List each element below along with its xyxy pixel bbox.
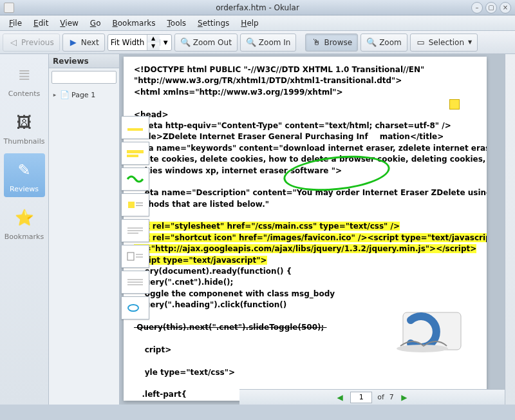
zoom-icon: 🔍	[366, 37, 377, 48]
thumbnails-icon: 🖼	[12, 110, 37, 135]
sidebar-item-thumbnails[interactable]: 🖼 Thumbnails	[4, 106, 45, 149]
panel-search-input[interactable]	[52, 71, 117, 84]
next-label: Next	[81, 38, 99, 47]
arrow-left-icon: ◁	[8, 37, 19, 48]
app-icon	[4, 3, 14, 13]
zoom-spinner[interactable]: ▲▼	[147, 35, 160, 50]
zoom-tool-button[interactable]: 🔍 Zoom	[360, 33, 407, 52]
menu-bar: File Edit View Go Bookmarks Tools Settin…	[0, 15, 515, 31]
expand-icon[interactable]: ▸	[52, 91, 58, 98]
annotation-thumb[interactable]	[121, 271, 149, 294]
selection-label: Selection	[429, 38, 464, 47]
document-viewport[interactable]: <!DOCTYPE html PUBLIC "-//W3C//DTD XHTML…	[120, 54, 505, 405]
contents-label: Contents	[8, 90, 40, 98]
chevron-down-icon[interactable]: ▼	[160, 39, 171, 46]
zoom-out-label: Zoom Out	[193, 38, 232, 47]
zoom-level-input[interactable]	[108, 35, 147, 50]
sidebar-item-bookmarks[interactable]: ⭐ Bookmarks	[4, 201, 45, 245]
annotation-note-icon[interactable]	[449, 99, 460, 110]
annotation-thumbnail-strip	[121, 116, 151, 320]
annotation-thumb[interactable]	[121, 219, 149, 242]
svg-rect-3	[127, 128, 143, 131]
window-maximize-button[interactable]: ▢	[485, 2, 497, 14]
svg-rect-9	[128, 202, 135, 208]
svg-point-1	[397, 345, 448, 352]
window-close-button[interactable]: ×	[500, 2, 511, 14]
menu-help[interactable]: Help	[236, 17, 263, 29]
annotation-thumb[interactable]	[121, 245, 149, 268]
panel-title: Reviews	[49, 54, 119, 68]
browse-tool-button[interactable]: 🖱 Browse	[305, 33, 358, 52]
zoom-out-icon: 🔍	[180, 37, 191, 48]
svg-rect-6	[127, 155, 138, 157]
menu-settings[interactable]: Settings	[192, 17, 234, 29]
window-minimize-button[interactable]: –	[471, 2, 483, 14]
tree-item-label: Page 1	[71, 91, 95, 99]
next-button[interactable]: ▶ Next	[62, 33, 105, 52]
browse-label: Browse	[324, 38, 352, 47]
sidebar-item-contents[interactable]: ≣ Contents	[4, 58, 45, 102]
page-total: 7	[389, 393, 394, 401]
annotation-thumb[interactable]	[121, 116, 149, 139]
window-titlebar: orderfax.htm - Okular – ▢ ×	[0, 0, 515, 15]
reviews-icon: ✎	[12, 157, 37, 183]
zoom-in-icon: 🔍	[246, 37, 256, 48]
zoom-label: Zoom	[379, 38, 402, 47]
page-prev-button[interactable]: ◀	[335, 392, 345, 403]
page-number-input[interactable]	[350, 392, 372, 403]
menu-tools[interactable]: Tools	[162, 17, 192, 29]
reviews-panel: Reviews ▸ 📄 Page 1	[49, 54, 120, 405]
zoom-out-button[interactable]: 🔍 Zoom Out	[174, 33, 238, 52]
tree-item-page1[interactable]: ▸ 📄 Page 1	[50, 89, 118, 100]
annotation-thumb[interactable]	[121, 296, 149, 320]
page-navigation: ◀ of 7 ▶	[239, 389, 505, 405]
bookmarks-icon: ⭐	[12, 205, 37, 231]
contents-icon: ≣	[12, 62, 37, 88]
chevron-down-icon: ▼	[468, 39, 472, 45]
window-title: orderfax.htm - Okular	[0, 3, 515, 12]
panel-search	[52, 71, 117, 84]
sidebar-item-reviews[interactable]: ✎ Reviews	[4, 153, 45, 197]
previous-label: Previous	[21, 38, 54, 47]
thumbnails-label: Thumbnails	[4, 137, 45, 146]
annotation-thumb[interactable]	[121, 167, 149, 191]
page-of-label: of	[377, 393, 384, 401]
annotation-thumb[interactable]	[121, 193, 149, 216]
reviews-tree: ▸ 📄 Page 1	[49, 86, 119, 103]
selection-tool-button[interactable]: ▭ Selection ▼	[410, 33, 478, 52]
zoom-level-combo[interactable]: ▲▼ ▼	[108, 34, 172, 51]
toolbar: ◁ Previous ▶ Next ▲▼ ▼ 🔍 Zoom Out 🔍 Zoom…	[0, 31, 515, 54]
menu-go[interactable]: Go	[85, 17, 106, 29]
cursor-icon: 🖱	[311, 37, 321, 48]
page-icon: 📄	[60, 90, 70, 99]
zoom-in-button[interactable]: 🔍 Zoom In	[240, 33, 297, 52]
svg-rect-5	[127, 150, 144, 153]
menu-file[interactable]: File	[4, 17, 27, 29]
menu-bookmarks[interactable]: Bookmarks	[107, 17, 160, 29]
annotation-thumb[interactable]	[121, 142, 149, 165]
svg-rect-2	[126, 122, 145, 133]
decorative-clipart	[391, 301, 475, 362]
vertical-scrollbar[interactable]	[505, 54, 515, 405]
selection-icon: ▭	[416, 37, 426, 48]
arrow-right-icon: ▶	[68, 37, 79, 48]
bookmarks-label: Bookmarks	[5, 233, 44, 241]
zoom-in-label: Zoom In	[259, 38, 291, 47]
menu-edit[interactable]: Edit	[28, 17, 53, 29]
page-next-button[interactable]: ▶	[399, 392, 409, 403]
menu-view[interactable]: View	[55, 17, 83, 29]
previous-button: ◁ Previous	[3, 33, 60, 52]
document-page: <!DOCTYPE html PUBLIC "-//W3C//DTD XHTML…	[124, 57, 487, 401]
sidebar: ≣ Contents 🖼 Thumbnails ✎ Reviews ⭐ Book…	[0, 54, 49, 405]
reviews-label: Reviews	[10, 185, 39, 193]
